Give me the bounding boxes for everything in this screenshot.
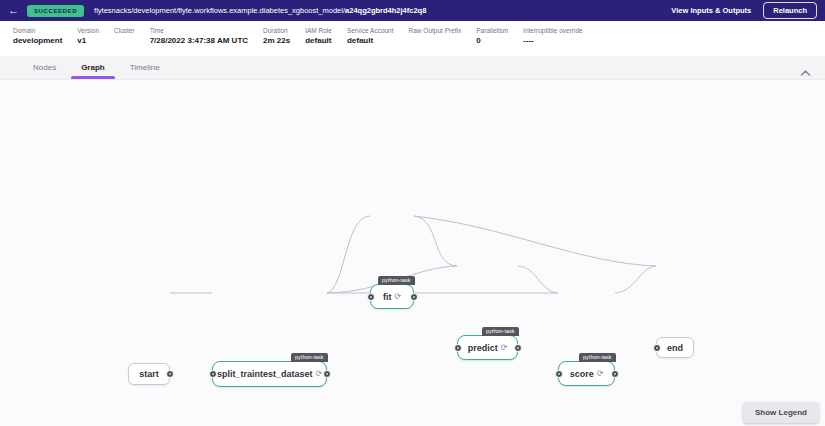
graph-node-predict[interactable]: python-task predict ⟳: [457, 335, 518, 360]
output-port: [410, 293, 418, 301]
workflow-graph-canvas[interactable]: start python-task split_traintest_datase…: [0, 81, 825, 426]
cache-icon: ⟳: [394, 293, 401, 301]
relaunch-button[interactable]: Relaunch: [763, 2, 817, 19]
chevron-up-icon[interactable]: [800, 63, 811, 81]
view-tab-bar: Nodes Graph Timeline: [0, 56, 825, 80]
output-port: [514, 344, 522, 352]
cache-icon: ⟳: [501, 344, 508, 352]
input-port: [454, 344, 462, 352]
meta-iam-role: IAM Role default: [305, 27, 332, 45]
edge-predict-score: [518, 266, 558, 293]
meta-service-account: Service Account default: [347, 27, 394, 45]
output-port: [166, 370, 174, 378]
output-port: [611, 370, 619, 378]
meta-version: Version v1: [77, 27, 99, 45]
output-port: [323, 370, 331, 378]
tab-graph[interactable]: Graph: [71, 56, 115, 79]
cache-icon: ⟳: [315, 370, 322, 378]
graph-node-start[interactable]: start: [128, 363, 170, 385]
meta-duration: Duration 2m 22s: [263, 27, 290, 45]
meta-cluster: Cluster: [114, 27, 135, 45]
status-badge: SUCCEEDED: [27, 5, 84, 17]
input-port: [555, 370, 563, 378]
meta-raw-output-prefix: Raw Output Prefix: [409, 27, 462, 45]
back-arrow-icon[interactable]: ←: [8, 5, 19, 16]
breadcrumb-run-id: a24qg2gbrd4h2j4fc2q8: [345, 6, 426, 15]
breadcrumb-path: flytesnacks/development/flyte.workflows.…: [94, 6, 345, 15]
input-port: [367, 293, 375, 301]
task-type-badge: python-task: [482, 327, 518, 337]
task-type-badge: python-task: [579, 353, 615, 363]
graph-node-end[interactable]: end: [656, 337, 694, 358]
meta-domain: Domain development: [13, 27, 62, 45]
task-type-badge: python-task: [378, 276, 414, 286]
task-type-badge: python-task: [291, 353, 327, 363]
graph-node-score[interactable]: python-task score ⟳: [558, 361, 615, 386]
view-inputs-outputs-link[interactable]: View Inputs & Outputs: [671, 6, 751, 15]
cache-icon: ⟳: [597, 370, 604, 378]
input-port: [209, 370, 217, 378]
tab-nodes[interactable]: Nodes: [23, 56, 66, 79]
input-port: [653, 344, 661, 352]
meta-parallelism: Parallelism 0: [476, 27, 508, 45]
tab-timeline[interactable]: Timeline: [120, 56, 170, 79]
meta-time: Time 7/28/2022 3:47:38 AM UTC: [150, 27, 248, 45]
graph-node-split-traintest-dataset[interactable]: python-task split_traintest_dataset ⟳: [212, 361, 327, 387]
edge-fit-end: [414, 216, 656, 266]
edge-fit-predict: [414, 216, 457, 266]
execution-metadata-row: Domain development Version v1 Cluster Ti…: [0, 21, 825, 56]
breadcrumb: flytesnacks/development/flyte.workflows.…: [94, 6, 426, 15]
meta-interruptible-override: Interruptible override ----: [523, 27, 583, 45]
show-legend-button[interactable]: Show Legend: [743, 402, 819, 423]
edge-split-fit: [327, 216, 370, 293]
top-bar: ← SUCCEEDED flytesnacks/development/flyt…: [0, 0, 825, 21]
edge-score-end: [615, 266, 656, 293]
graph-node-fit[interactable]: python-task fit ⟳: [370, 284, 414, 309]
